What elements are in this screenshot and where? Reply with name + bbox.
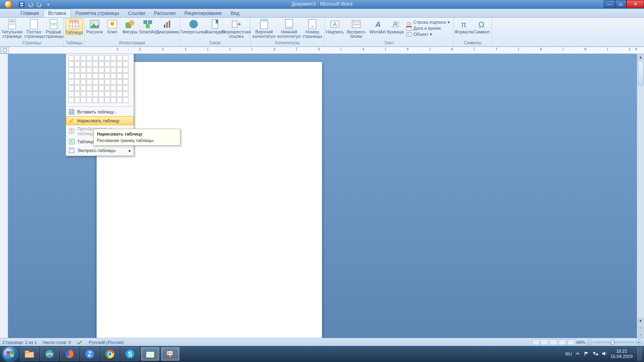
- taskbar-paint[interactable]: [161, 347, 180, 361]
- grid-cell[interactable]: [111, 61, 116, 67]
- grid-cell[interactable]: [74, 91, 80, 97]
- grid-cell[interactable]: [123, 73, 128, 79]
- signature-line-button[interactable]: Строка подписи ▾: [406, 19, 450, 25]
- blank-page-button[interactable]: Пустая страница: [23, 19, 44, 39]
- shapes-button[interactable]: Фигуры: [122, 19, 138, 34]
- tray-language[interactable]: RU: [566, 352, 572, 356]
- grid-cell[interactable]: [93, 61, 98, 67]
- grid-cell[interactable]: [74, 85, 80, 91]
- grid-cell[interactable]: [99, 91, 104, 97]
- taskbar-skype[interactable]: S: [121, 347, 139, 361]
- view-print-layout[interactable]: [532, 339, 539, 345]
- ruler-corner[interactable]: [1, 47, 9, 53]
- next-page-icon[interactable]: ◦: [637, 331, 644, 338]
- tab-mail[interactable]: Рассылки: [149, 9, 180, 17]
- grid-cell[interactable]: [111, 79, 116, 85]
- header-button[interactable]: Верхний колонтитул: [252, 19, 276, 39]
- grid-cell[interactable]: [80, 91, 86, 97]
- grid-cell[interactable]: [105, 91, 110, 97]
- quick-tables-item[interactable]: Экспресс-таблицы ▸: [66, 146, 134, 155]
- grid-cell[interactable]: [68, 79, 74, 85]
- grid-cell[interactable]: [93, 91, 98, 97]
- grid-cell[interactable]: [87, 97, 92, 103]
- tray-volume-icon[interactable]: [602, 351, 607, 357]
- view-outline[interactable]: [559, 339, 566, 345]
- grid-cell[interactable]: [68, 97, 74, 103]
- grid-cell[interactable]: [123, 55, 128, 61]
- table-button[interactable]: Таблица: [66, 19, 83, 35]
- footer-button[interactable]: Нижний колонтитул: [277, 19, 301, 39]
- view-full-screen[interactable]: [541, 339, 548, 345]
- vertical-ruler[interactable]: [0, 54, 8, 338]
- grid-cell[interactable]: [93, 85, 98, 91]
- grid-cell[interactable]: [68, 85, 74, 91]
- undo-icon[interactable]: [27, 1, 34, 8]
- grid-cell[interactable]: [87, 91, 92, 97]
- taskbar-ie[interactable]: [40, 347, 59, 361]
- grid-cell[interactable]: [99, 85, 104, 91]
- grid-cell[interactable]: [87, 61, 92, 67]
- grid-cell[interactable]: [105, 85, 110, 91]
- tray-up-icon[interactable]: [575, 351, 581, 357]
- taskbar-explorer[interactable]: [20, 347, 39, 361]
- cover-page-button[interactable]: Титульная страница: [2, 19, 23, 39]
- view-web[interactable]: [550, 339, 557, 345]
- zoom-out-button[interactable]: −: [587, 339, 592, 345]
- grid-cell[interactable]: [117, 85, 122, 91]
- prev-page-icon[interactable]: ◦: [637, 325, 644, 331]
- grid-cell[interactable]: [123, 85, 128, 91]
- hyperlink-button[interactable]: Гиперссылка: [182, 19, 206, 34]
- status-page[interactable]: Страница: 1 из 1: [2, 340, 37, 345]
- object-button[interactable]: Объект ▾: [406, 31, 450, 37]
- grid-cell[interactable]: [87, 55, 92, 61]
- grid-cell[interactable]: [68, 61, 74, 67]
- picture-button[interactable]: Рисунок: [86, 19, 103, 34]
- proofing-icon[interactable]: [76, 339, 83, 345]
- quickparts-button[interactable]: Экспресс-блоки: [344, 19, 368, 39]
- symbol-button[interactable]: ΩСимвол: [473, 19, 490, 34]
- grid-cell[interactable]: [68, 73, 74, 79]
- grid-cell[interactable]: [123, 79, 128, 85]
- taskbar-firefox[interactable]: [60, 347, 79, 361]
- grid-cell[interactable]: [80, 79, 86, 85]
- status-language[interactable]: Русский (Россия): [89, 340, 124, 345]
- zoom-level[interactable]: 84%: [576, 340, 585, 345]
- grid-cell[interactable]: [123, 91, 128, 97]
- grid-cell[interactable]: [74, 79, 80, 85]
- pagenum-button[interactable]: #Номер страницы: [302, 19, 323, 39]
- grid-cell[interactable]: [68, 67, 74, 73]
- draw-table-item[interactable]: Нарисовать таблицу: [66, 116, 134, 125]
- grid-cell[interactable]: [111, 67, 116, 73]
- chart-button[interactable]: Диаграмма: [157, 19, 178, 34]
- grid-cell[interactable]: [74, 73, 80, 79]
- grid-cell[interactable]: [117, 79, 122, 85]
- grid-cell[interactable]: [105, 67, 110, 73]
- grid-cell[interactable]: [105, 55, 110, 61]
- grid-cell[interactable]: [99, 97, 104, 103]
- grid-cell[interactable]: [99, 73, 104, 79]
- grid-cell[interactable]: [99, 79, 104, 85]
- minimize-button[interactable]: —: [604, 0, 615, 8]
- grid-cell[interactable]: [87, 85, 92, 91]
- clip-button[interactable]: Клип: [104, 19, 121, 34]
- grid-cell[interactable]: [117, 61, 122, 67]
- grid-cell[interactable]: [80, 97, 86, 103]
- dropcap-button[interactable]: AБуквица: [387, 19, 404, 34]
- grid-cell[interactable]: [87, 79, 92, 85]
- grid-cell[interactable]: [68, 55, 74, 61]
- taskbar-word[interactable]: [141, 347, 159, 361]
- grid-cell[interactable]: [111, 91, 116, 97]
- grid-cell[interactable]: [99, 67, 104, 73]
- grid-cell[interactable]: [80, 61, 86, 67]
- show-desktop-button[interactable]: [638, 347, 642, 361]
- grid-cell[interactable]: [105, 79, 110, 85]
- grid-cell[interactable]: [93, 97, 98, 103]
- redo-icon[interactable]: [36, 1, 43, 8]
- grid-cell[interactable]: [111, 55, 116, 61]
- tab-view[interactable]: Вид: [226, 9, 244, 17]
- zoom-slider[interactable]: [594, 341, 634, 343]
- close-button[interactable]: ✕: [626, 0, 644, 8]
- grid-cell[interactable]: [111, 73, 116, 79]
- bookmark-button[interactable]: Закладка: [206, 19, 223, 34]
- scroll-up-icon[interactable]: ▲: [637, 54, 644, 60]
